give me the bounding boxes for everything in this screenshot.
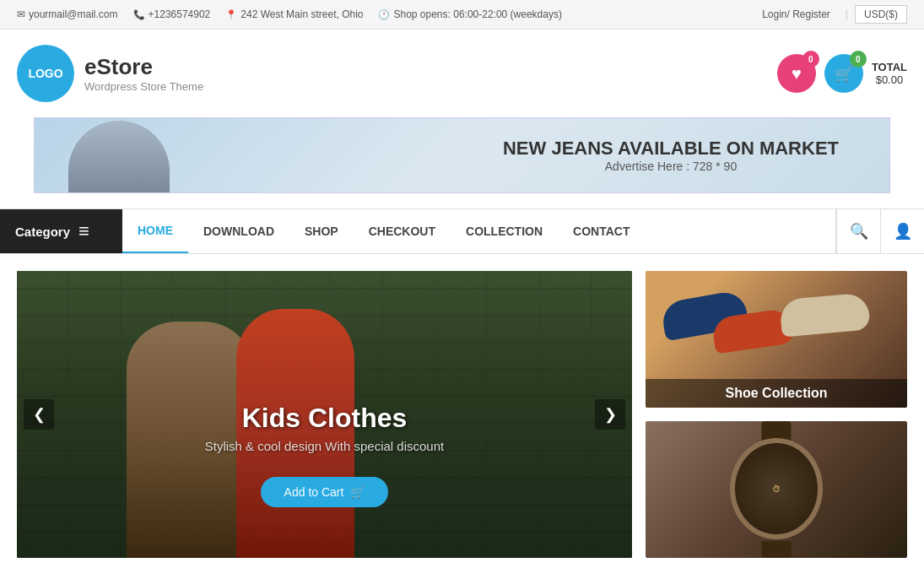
banner-title: NEW JEANS AVAILABLE ON MARKET	[503, 138, 839, 160]
divider: |	[846, 8, 848, 20]
hero-slider: Kids Clothes Stylish & cool design With …	[17, 271, 632, 558]
banner-text: NEW JEANS AVAILABLE ON MARKET Advertise …	[503, 138, 839, 173]
header: LOGO eStore Wordpress Store Theme 0 0 TO…	[0, 30, 924, 117]
phone-text: +1236574902	[149, 8, 211, 20]
slider-background: Kids Clothes Stylish & cool design With …	[17, 271, 632, 558]
cart-badge: 0	[850, 51, 867, 68]
logo-text: LOGO	[28, 67, 62, 80]
brand-subtitle: Wordpress Store Theme	[84, 80, 203, 93]
banner-subtitle: Advertise Here : 728 * 90	[503, 160, 839, 173]
total-label: TOTAL	[872, 61, 907, 73]
currency-selector[interactable]: USD($)	[855, 5, 907, 24]
header-right: 0 0 TOTAL $0.00	[777, 54, 907, 93]
phone-icon	[133, 8, 145, 20]
logo-area: LOGO eStore Wordpress Store Theme	[17, 45, 203, 102]
nav-checkout[interactable]: CHECKOUT	[354, 209, 451, 253]
chevron-left-icon	[33, 405, 46, 424]
cart-btn-icon	[350, 485, 365, 499]
phone-item: +1236574902	[133, 8, 211, 20]
cart-icon	[835, 64, 853, 84]
watch-panel[interactable]: ⏱	[646, 421, 907, 558]
user-icon	[894, 222, 912, 241]
slider-overlay: Kids Clothes Stylish & cool design With …	[17, 403, 632, 507]
logo: LOGO	[17, 45, 74, 102]
login-link[interactable]: Login/ Register	[754, 7, 839, 22]
nav-shop[interactable]: SHOP	[289, 209, 354, 253]
nav-collection[interactable]: COLLECTION	[451, 209, 558, 253]
heart-icon	[792, 64, 802, 84]
watch-band-bottom	[762, 541, 792, 558]
side-panels: Shoe Collection ⏱	[646, 271, 907, 558]
cart-total: TOTAL $0.00	[872, 61, 907, 86]
main-content: Kids Clothes Stylish & cool design With …	[0, 254, 924, 558]
cart-button[interactable]: 0	[824, 54, 863, 93]
slider-subtitle: Stylish & cool design With special disco…	[17, 439, 632, 453]
add-to-cart-label: Add to Cart	[284, 485, 344, 499]
top-bar: yourmail@mail.com +1236574902 242 West M…	[0, 0, 924, 30]
search-icon	[850, 222, 868, 241]
top-bar-info: yourmail@mail.com +1236574902 242 West M…	[17, 8, 562, 20]
chevron-right-icon	[604, 405, 617, 424]
hours-text: Shop opens: 06:00-22:00 (weekdays)	[393, 8, 561, 20]
banner-image	[35, 118, 305, 192]
wishlist-button[interactable]: 0	[777, 54, 816, 93]
banner-wrapper: NEW JEANS AVAILABLE ON MARKET Advertise …	[0, 117, 924, 193]
shoe-beige	[779, 293, 870, 338]
person-shape	[68, 121, 170, 192]
slider-title: Kids Clothes	[17, 403, 632, 434]
banner: NEW JEANS AVAILABLE ON MARKET Advertise …	[34, 117, 890, 193]
total-amount: $0.00	[872, 73, 907, 86]
nav-download[interactable]: DOWNLOAD	[188, 209, 289, 253]
navigation: Category HOME DOWNLOAD SHOP CHECKOUT COL…	[0, 208, 924, 254]
watch-face: ⏱	[730, 438, 823, 539]
nav-home[interactable]: HOME	[122, 209, 188, 253]
address-item: 242 West Main street, Ohio	[225, 8, 363, 20]
email-text: yourmail@mail.com	[29, 8, 118, 20]
nav-links: HOME DOWNLOAD SHOP CHECKOUT COLLECTION C…	[122, 209, 835, 253]
brand-info: eStore Wordpress Store Theme	[84, 54, 203, 93]
address-text: 242 West Main street, Ohio	[240, 8, 363, 20]
hamburger-icon	[78, 220, 89, 242]
top-bar-actions: Login/ Register | USD($)	[754, 5, 907, 24]
brand-name: eStore	[84, 54, 203, 80]
slider-prev-button[interactable]	[24, 399, 54, 430]
search-button[interactable]	[836, 209, 880, 253]
add-to-cart-button[interactable]: Add to Cart	[261, 477, 389, 507]
location-icon	[225, 8, 237, 20]
email-item: yourmail@mail.com	[17, 8, 118, 20]
hours-item: Shop opens: 06:00-22:00 (weekdays)	[378, 8, 561, 20]
wishlist-badge: 0	[802, 51, 819, 68]
nav-contact[interactable]: CONTACT	[558, 209, 645, 253]
user-button[interactable]	[880, 209, 924, 253]
nav-right	[835, 209, 924, 253]
shoe-collection-panel[interactable]: Shoe Collection	[646, 271, 907, 408]
category-button[interactable]: Category	[0, 209, 122, 253]
category-label: Category	[15, 225, 70, 239]
slider-next-button[interactable]	[595, 399, 625, 430]
mail-icon	[17, 8, 25, 20]
shoe-collection-label: Shoe Collection	[646, 379, 907, 408]
clock-icon	[378, 8, 390, 20]
